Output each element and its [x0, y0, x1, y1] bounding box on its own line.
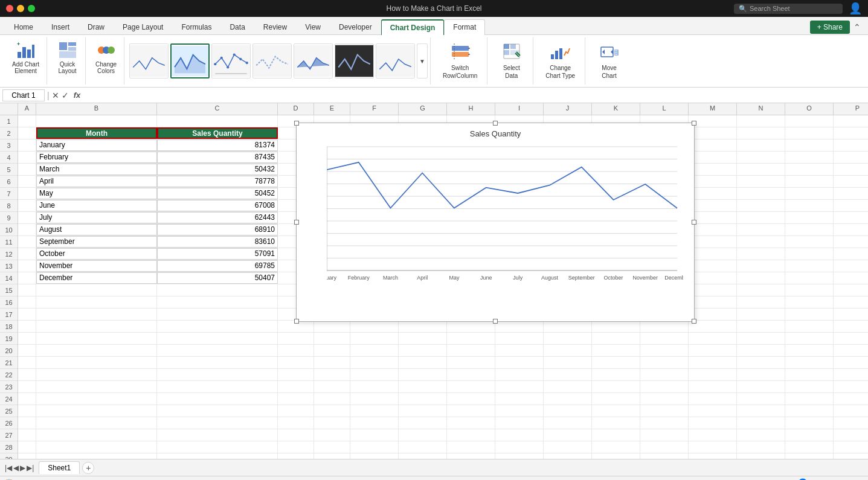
- cell-N13[interactable]: [737, 260, 785, 272]
- cell-N26[interactable]: [737, 417, 785, 429]
- ribbon-tab-chart-design[interactable]: Chart Design: [381, 19, 445, 35]
- cell-G29[interactable]: [399, 453, 447, 459]
- cell-M24[interactable]: [689, 393, 737, 405]
- cell-G25[interactable]: [399, 405, 447, 417]
- cell-J26[interactable]: [544, 417, 592, 429]
- chart-handle-bottom[interactable]: [493, 319, 498, 324]
- cell-C18[interactable]: [157, 321, 278, 332]
- cell-D28[interactable]: [278, 441, 314, 453]
- cell-A13[interactable]: [18, 260, 36, 272]
- cell-O5[interactable]: [785, 164, 834, 175]
- cell-N4[interactable]: [737, 152, 785, 163]
- cell-C21[interactable]: [157, 357, 278, 368]
- cell-B9[interactable]: July: [36, 212, 157, 223]
- cell-M12[interactable]: [689, 248, 737, 260]
- cell-P12[interactable]: [834, 248, 868, 260]
- cell-A25[interactable]: [18, 405, 36, 417]
- cell-C28[interactable]: [157, 441, 278, 453]
- change-colors-button[interactable]: ChangeColors: [93, 40, 119, 75]
- cell-L24[interactable]: [640, 393, 689, 405]
- cell-A20[interactable]: [18, 345, 36, 356]
- cell-O18[interactable]: [785, 321, 834, 332]
- cell-O13[interactable]: [785, 260, 834, 272]
- cell-P2[interactable]: [834, 127, 868, 139]
- cell-J19[interactable]: [544, 333, 592, 344]
- cell-P28[interactable]: [834, 441, 868, 453]
- cell-B27[interactable]: [36, 429, 157, 441]
- cell-A24[interactable]: [18, 393, 36, 405]
- cell-N10[interactable]: [737, 224, 785, 235]
- cell-C10[interactable]: 68910: [157, 224, 278, 235]
- close-button[interactable]: [6, 5, 13, 12]
- cell-C19[interactable]: [157, 333, 278, 344]
- nav-first-icon[interactable]: |◀: [5, 464, 12, 472]
- cell-E23[interactable]: [314, 381, 350, 392]
- cell-P20[interactable]: [834, 345, 868, 356]
- cell-M16[interactable]: [689, 296, 737, 308]
- cell-H22[interactable]: [447, 369, 495, 380]
- ribbon-tab-review[interactable]: Review: [254, 19, 296, 35]
- cell-B25[interactable]: [36, 405, 157, 417]
- cell-E27[interactable]: [314, 429, 350, 441]
- cell-H28[interactable]: [447, 441, 495, 453]
- cell-C14[interactable]: 50407: [157, 272, 278, 284]
- cell-B19[interactable]: [36, 333, 157, 344]
- ribbon-tab-developer[interactable]: Developer: [330, 19, 381, 35]
- cell-B29[interactable]: [36, 453, 157, 459]
- cell-A10[interactable]: [18, 224, 36, 235]
- cell-C7[interactable]: 50452: [157, 188, 278, 199]
- cell-P27[interactable]: [834, 429, 868, 441]
- cell-G26[interactable]: [399, 417, 447, 429]
- cell-A18[interactable]: [18, 321, 36, 332]
- cell-C5[interactable]: 50432: [157, 164, 278, 175]
- cell-B12[interactable]: October: [36, 248, 157, 260]
- cell-C17[interactable]: [157, 309, 278, 320]
- cell-O22[interactable]: [785, 369, 834, 380]
- cell-A6[interactable]: [18, 176, 36, 187]
- cell-D24[interactable]: [278, 393, 314, 405]
- chart-style-1[interactable]: [129, 43, 169, 78]
- cell-F21[interactable]: [350, 357, 399, 368]
- cell-O9[interactable]: [785, 212, 834, 223]
- cell-M20[interactable]: [689, 345, 737, 356]
- cell-J22[interactable]: [544, 369, 592, 380]
- cell-B14[interactable]: December: [36, 272, 157, 284]
- cell-P19[interactable]: [834, 333, 868, 344]
- cell-B4[interactable]: February: [36, 152, 157, 163]
- cell-M27[interactable]: [689, 429, 737, 441]
- cell-H24[interactable]: [447, 393, 495, 405]
- cell-P5[interactable]: [834, 164, 868, 175]
- cell-O14[interactable]: [785, 272, 834, 284]
- cell-H23[interactable]: [447, 381, 495, 392]
- add-sheet-button[interactable]: +: [82, 462, 94, 474]
- cell-C12[interactable]: 57091: [157, 248, 278, 260]
- cell-N18[interactable]: [737, 321, 785, 332]
- window-controls[interactable]: [6, 5, 35, 12]
- chart-handle-top-left[interactable]: [294, 121, 299, 126]
- cell-O27[interactable]: [785, 429, 834, 441]
- cell-D20[interactable]: [278, 345, 314, 356]
- cell-M26[interactable]: [689, 417, 737, 429]
- cell-G23[interactable]: [399, 381, 447, 392]
- confirm-formula-button[interactable]: ✓: [62, 91, 69, 100]
- chart-handle-top-right[interactable]: [692, 121, 696, 126]
- cell-P8[interactable]: [834, 200, 868, 211]
- chart-style-5[interactable]: [294, 43, 333, 78]
- cell-P15[interactable]: [834, 284, 868, 296]
- cell-F24[interactable]: [350, 393, 399, 405]
- cell-D27[interactable]: [278, 429, 314, 441]
- chart-style-2[interactable]: [170, 43, 210, 78]
- cell-A27[interactable]: [18, 429, 36, 441]
- cell-A1[interactable]: [18, 115, 36, 127]
- cell-B1[interactable]: [36, 115, 157, 127]
- cell-A26[interactable]: [18, 417, 36, 429]
- cell-K29[interactable]: [592, 453, 640, 459]
- cell-B26[interactable]: [36, 417, 157, 429]
- ribbon-tab-format[interactable]: Format: [444, 19, 485, 35]
- cell-O19[interactable]: [785, 333, 834, 344]
- cell-H20[interactable]: [447, 345, 495, 356]
- cell-B2[interactable]: Month: [36, 127, 157, 139]
- cell-M8[interactable]: [689, 200, 737, 211]
- chart-handle-bottom-right[interactable]: [692, 319, 696, 324]
- cell-C11[interactable]: 83610: [157, 236, 278, 248]
